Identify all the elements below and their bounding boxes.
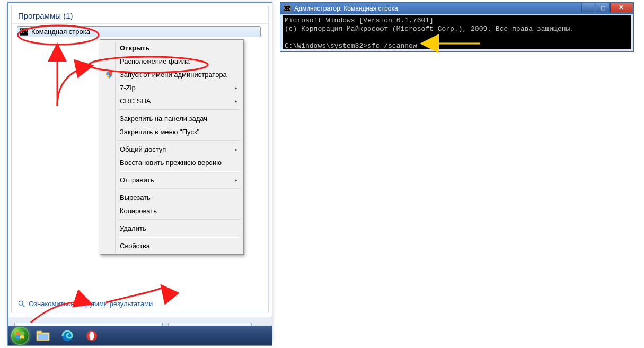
svg-rect-4 [38,334,48,340]
cmd-title-text: Администратор: Командная строка [294,5,398,12]
taskbar-explorer-icon[interactable] [32,328,54,344]
cmd-icon: C:\ [20,28,28,36]
ctx-share-label: Общий доступ [120,145,166,153]
ctx-separator [118,140,240,141]
start-menu-panel: Программы (1) C:\ Командная строка Откры… [11,6,269,312]
ctx-send-to-label: Отправить [120,176,154,184]
ctx-restore-previous[interactable]: Восстановить прежнюю версию [102,156,242,169]
see-more-results-label: Ознакомиться с другими результатами [29,300,153,308]
ctx-run-as-admin-label: Запуск от имени администратора [120,71,227,79]
taskbar-edge-icon[interactable] [57,328,78,344]
ctx-separator [118,171,240,172]
ctx-7zip-label: 7-Zip [120,84,136,92]
taskbar [7,326,272,346]
ctx-pin-start[interactable]: Закрепить в меню "Пуск" [102,125,242,138]
cmd-prompt: C:\Windows\system32> [285,42,367,49]
ctx-crc-sha[interactable]: CRC SHA [102,94,242,108]
taskbar-opera-icon[interactable] [81,328,102,344]
ctx-copy[interactable]: Копировать [102,204,242,218]
svg-point-7 [90,332,94,340]
maximize-button[interactable]: ▢ [596,3,610,12]
ctx-open[interactable]: Открыть [102,41,242,55]
ctx-separator [118,109,240,110]
search-result-label: Командная строка [31,28,90,36]
ctx-separator [118,237,240,238]
cmd-window: C:\ Администратор: Командная строка — ▢ … [280,2,634,52]
ctx-send-to[interactable]: Отправить [102,173,242,187]
svg-rect-3 [37,331,42,334]
ctx-pin-taskbar[interactable]: Закрепить на панели задач [102,112,242,125]
ctx-crc-sha-label: CRC SHA [120,97,151,105]
search-icon [18,300,25,308]
ctx-cut[interactable]: Вырезать [102,191,242,204]
ctx-delete[interactable]: Удалить [102,222,242,235]
see-more-results-link[interactable]: Ознакомиться с другими результатами [18,300,153,308]
ctx-separator [118,188,240,189]
context-menu: Открыть Расположение файла Запуск от име… [100,39,244,255]
start-menu-window: Программы (1) C:\ Командная строка Откры… [7,2,272,341]
cmd-titlebar[interactable]: C:\ Администратор: Командная строка — ▢ … [280,3,633,14]
svg-line-1 [22,304,24,307]
cmd-body[interactable]: Microsoft Windows [Version 6.1.7601] (c)… [283,15,631,49]
programs-header: Программы (1) [12,6,268,24]
ctx-file-location[interactable]: Расположение файла [102,55,242,68]
windows-logo-icon [15,330,25,341]
cmd-command: sfc /scannow [367,42,417,49]
shield-icon [105,71,113,79]
ctx-share[interactable]: Общий доступ [102,143,242,156]
cmd-line2: (c) Корпорация Майкрософт (Microsoft Cor… [285,25,574,33]
cmd-title-icon: C:\ [284,5,291,12]
ctx-properties[interactable]: Свойства [102,239,242,253]
ctx-run-as-admin[interactable]: Запуск от имени администратора [102,68,242,81]
ctx-7zip[interactable]: 7-Zip [102,81,242,94]
start-button[interactable] [11,327,29,345]
search-result-cmd[interactable]: C:\ Командная строка [17,26,261,37]
ctx-separator [118,219,240,220]
close-button[interactable]: ✕ [610,3,632,12]
cmd-line1: Microsoft Windows [Version 6.1.7601] [285,16,434,24]
svg-point-0 [19,301,23,305]
minimize-button[interactable]: — [581,3,595,12]
